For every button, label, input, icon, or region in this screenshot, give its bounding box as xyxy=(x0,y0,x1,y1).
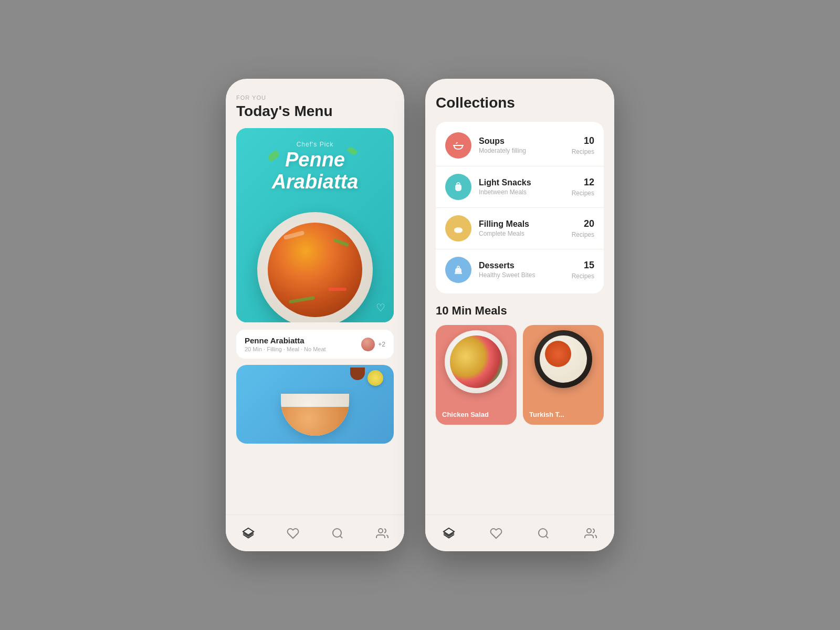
lemon-slice xyxy=(368,370,383,386)
right-content: Collections Soups Moderately filling 1 xyxy=(425,79,614,514)
page-title: Today's Menu xyxy=(236,103,394,120)
plate xyxy=(257,212,373,322)
rice-plate xyxy=(534,330,592,388)
meals-row: Chicken Salad Turkish T... xyxy=(436,325,604,425)
food-image xyxy=(268,223,362,317)
dessert-icon xyxy=(452,263,465,277)
hero-dish-name: Penne Arabiatta xyxy=(236,149,394,193)
rice-topping xyxy=(545,341,571,367)
recipe-details: Penne Arabiatta 20 Min · Filling · Meal … xyxy=(245,336,326,352)
meal-card-turkish[interactable]: Turkish T... xyxy=(523,325,604,425)
collection-icon-desserts xyxy=(445,257,471,283)
collection-info-soups: Soups Moderately filling xyxy=(479,136,572,154)
right-phone: Collections Soups Moderately filling 1 xyxy=(425,79,614,551)
salad-bowl xyxy=(445,330,508,393)
collection-count-soups: 10 Recipes xyxy=(572,135,594,156)
left-content: FOR YOU Today's Menu Chef's Pick Penne A… xyxy=(226,79,404,514)
nav-search-right[interactable] xyxy=(532,522,555,545)
soup-bowl xyxy=(281,394,349,444)
snack-icon xyxy=(452,180,465,194)
collection-name-snacks: Light Snacks xyxy=(479,178,572,187)
collection-name-soups: Soups xyxy=(479,136,572,146)
collection-count-meals: 20 Recipes xyxy=(572,218,594,239)
food-detail xyxy=(289,296,315,304)
collection-info-snacks: Light Snacks Inbetween Meals xyxy=(479,178,572,196)
soup-liquid xyxy=(281,407,349,436)
search-nav-icon-right xyxy=(537,527,550,540)
collections-title: Collections xyxy=(436,94,604,111)
search-nav-icon xyxy=(331,527,344,540)
layers-icon-right xyxy=(443,527,455,540)
svg-point-10 xyxy=(587,529,591,533)
recipe-name: Penne Arabiatta xyxy=(245,336,326,345)
nav-profile[interactable] xyxy=(371,522,394,545)
avatar-image xyxy=(361,338,375,351)
svg-line-9 xyxy=(546,536,548,538)
left-phone: FOR YOU Today's Menu Chef's Pick Penne A… xyxy=(226,79,404,551)
meal-card-label-salad: Chicken Salad xyxy=(442,411,489,418)
heart-nav-icon xyxy=(287,527,299,540)
collection-name-desserts: Desserts xyxy=(479,261,572,270)
svg-point-8 xyxy=(539,529,547,537)
collection-icon-soups xyxy=(445,132,471,159)
food-detail xyxy=(333,238,349,247)
recipe-meta: 20 Min · Filling · Meal · No Meat xyxy=(245,346,326,352)
collection-item-snacks[interactable]: Light Snacks Inbetween Meals 12 Recipes xyxy=(436,166,604,208)
collection-sub-soups: Moderately filling xyxy=(479,147,572,154)
layers-icon xyxy=(242,527,255,540)
nav-profile-right[interactable] xyxy=(579,522,602,545)
svg-point-5 xyxy=(454,228,463,232)
nav-favorites-right[interactable] xyxy=(485,522,508,545)
collection-count-snacks: 12 Recipes xyxy=(572,177,594,197)
collection-icon-meals xyxy=(445,215,471,242)
nav-home[interactable] xyxy=(237,522,260,545)
bowl-shape xyxy=(281,394,349,436)
collection-sub-snacks: Inbetween Meals xyxy=(479,188,572,196)
svg-rect-6 xyxy=(455,272,462,274)
heart-icon[interactable]: ♡ xyxy=(376,301,385,314)
collection-item-meals[interactable]: Filling Meals Complete Meals 20 Recipes xyxy=(436,208,604,249)
meal-card-label-turkish: Turkish T... xyxy=(529,411,564,418)
plate-container xyxy=(257,212,373,322)
nav-favorites[interactable] xyxy=(281,522,304,545)
users-nav-icon-right xyxy=(584,527,597,540)
soup-card[interactable] xyxy=(236,365,394,444)
users-nav-icon xyxy=(376,527,388,540)
nav-search[interactable] xyxy=(326,522,349,545)
collections-card: Soups Moderately filling 10 Recipes xyxy=(436,122,604,293)
collection-icon-snacks xyxy=(445,174,471,200)
soup-icon xyxy=(452,139,465,152)
hero-card[interactable]: Chef's Pick Penne Arabiatta xyxy=(236,128,394,322)
svg-point-1 xyxy=(333,529,341,537)
avatar xyxy=(360,337,376,352)
avatar-count: +2 xyxy=(378,341,385,348)
food-detail xyxy=(328,288,346,291)
collection-info-desserts: Desserts Healthy Sweet Bites xyxy=(479,261,572,279)
svg-point-3 xyxy=(379,529,383,533)
svg-line-2 xyxy=(340,536,342,538)
chefs-pick-label: Chef's Pick xyxy=(236,141,394,148)
food-detail xyxy=(284,230,305,240)
collection-count-desserts: 15 Recipes xyxy=(572,260,594,280)
recipe-avatars: +2 xyxy=(360,337,385,352)
bottom-nav-right xyxy=(425,514,614,551)
for-you-label: FOR YOU xyxy=(236,94,394,101)
meal-card-salad[interactable]: Chicken Salad xyxy=(436,325,517,425)
meal-icon xyxy=(452,222,465,235)
nav-home-right[interactable] xyxy=(437,522,460,545)
heart-nav-icon-right xyxy=(490,527,502,540)
rice-bowl xyxy=(534,330,592,388)
min-meals-title: 10 Min Meals xyxy=(436,304,604,318)
hero-text-overlay: Chef's Pick Penne Arabiatta xyxy=(236,141,394,193)
collection-info-meals: Filling Meals Complete Meals xyxy=(479,219,572,237)
collection-name-meals: Filling Meals xyxy=(479,219,572,229)
collection-sub-desserts: Healthy Sweet Bites xyxy=(479,271,572,279)
salad-plate xyxy=(445,330,508,393)
collection-item-soups[interactable]: Soups Moderately filling 10 Recipes xyxy=(436,125,604,166)
salad-food xyxy=(450,335,502,388)
bottom-nav xyxy=(226,514,404,551)
recipe-info-row: Penne Arabiatta 20 Min · Filling · Meal … xyxy=(236,330,394,359)
collection-sub-meals: Complete Meals xyxy=(479,230,572,237)
collection-item-desserts[interactable]: Desserts Healthy Sweet Bites 15 Recipes xyxy=(436,249,604,290)
